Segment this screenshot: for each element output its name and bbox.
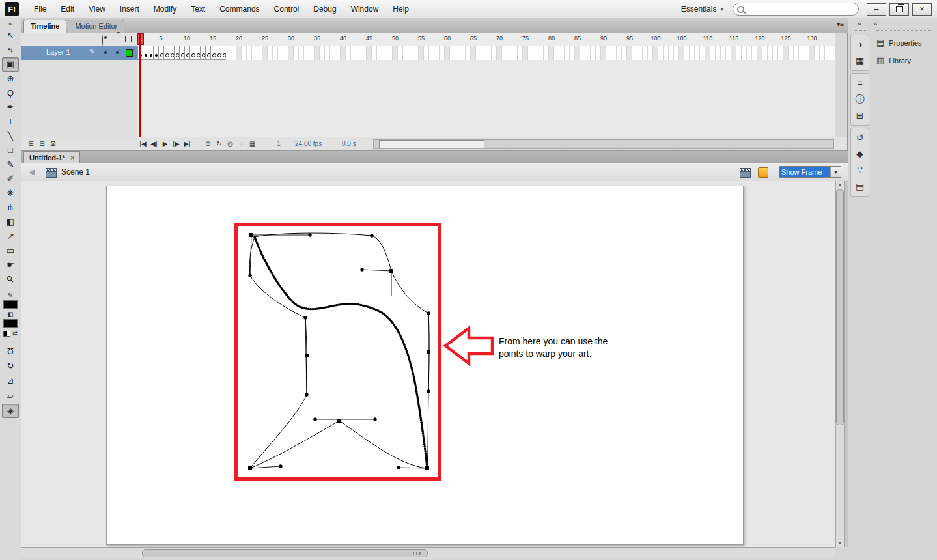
frame-cell-102[interactable] — [664, 46, 669, 60]
frame-cell-19[interactable] — [231, 46, 236, 60]
frame-cell-88[interactable] — [591, 46, 596, 60]
new-folder-button[interactable]: ⊟ — [36, 137, 48, 150]
close-document-icon[interactable]: × — [70, 154, 74, 161]
menu-view[interactable]: View — [81, 1, 113, 18]
menu-insert[interactable]: Insert — [113, 1, 147, 18]
frame-cell-40[interactable] — [341, 46, 346, 60]
frame-cell-86[interactable] — [580, 46, 585, 60]
frame-cell-90[interactable] — [601, 46, 606, 60]
frame-cell-104[interactable] — [674, 46, 679, 60]
vertical-scroll-thumb[interactable] — [836, 189, 844, 425]
envelope-option[interactable]: ◈ — [2, 404, 19, 418]
back-arrow-icon[interactable]: ◀ — [29, 167, 35, 176]
frame-cell-25[interactable] — [262, 46, 268, 60]
frame-cell-126[interactable] — [789, 46, 794, 60]
scroll-down-icon[interactable]: ▼ — [836, 539, 844, 547]
paint-bucket-tool[interactable]: ◧ — [2, 215, 19, 229]
frame-cell-95[interactable] — [627, 46, 632, 60]
menu-file[interactable]: File — [27, 1, 53, 18]
frame-cell-118[interactable] — [747, 46, 752, 60]
frame-cell-18[interactable] — [226, 46, 231, 60]
edit-multiple-frames-icon[interactable]: ▦ — [247, 137, 258, 150]
panel-menu-icon[interactable]: ▾≡ — [837, 21, 844, 28]
align-panel-icon[interactable]: ≡ — [852, 75, 869, 91]
frame-cell-74[interactable] — [518, 46, 523, 60]
frame-cell-132[interactable] — [820, 46, 825, 60]
frame-cell-99[interactable] — [648, 46, 653, 60]
history-panel-icon[interactable]: ↺ — [852, 130, 869, 146]
frame-cell-13[interactable] — [200, 46, 205, 60]
frame-cell-115[interactable] — [731, 46, 736, 60]
frame-cell-63[interactable] — [460, 46, 466, 60]
collapse-panel-strip-button[interactable]: « — [848, 18, 871, 29]
frame-cell-76[interactable] — [528, 46, 533, 60]
frame-rate-readout[interactable]: 24.00 fps — [295, 137, 334, 150]
show-hide-all-layers-icon[interactable] — [102, 35, 103, 46]
frame-cell-64[interactable] — [466, 46, 471, 60]
color-panel-icon[interactable]: ◑ — [852, 36, 869, 53]
layer-row[interactable]: Layer 1 ✎ — [21, 46, 137, 60]
frame-cell-81[interactable] — [554, 46, 559, 60]
info-panel-icon[interactable]: ⓘ — [852, 91, 869, 107]
frame-cell-59[interactable] — [440, 46, 445, 60]
frame-cell-47[interactable] — [377, 46, 382, 60]
frame-cell-53[interactable] — [408, 46, 413, 60]
frame-cell-93[interactable] — [617, 46, 622, 60]
frame-cell-5[interactable] — [158, 46, 163, 60]
frame-cell-48[interactable] — [382, 46, 387, 60]
loop-icon[interactable]: ↻ — [214, 137, 225, 150]
onion-skin-icon[interactable]: ◎ — [225, 137, 236, 150]
frame-cell-43[interactable] — [356, 46, 361, 60]
hand-tool[interactable]: ☛ — [2, 258, 19, 272]
frame-cell-122[interactable] — [768, 46, 773, 60]
pen-tool[interactable]: ✒ — [2, 100, 19, 115]
frame-cell-21[interactable] — [242, 46, 247, 60]
frame-cell-109[interactable] — [700, 46, 705, 60]
document-tab[interactable]: Untitled-1*× — [23, 151, 80, 163]
frame-cell-82[interactable] — [559, 46, 565, 60]
bone-tool[interactable]: ⋔ — [2, 201, 19, 215]
center-frame-icon[interactable]: ⊙ — [203, 137, 214, 150]
show-all-layers-as-outlines-icon[interactable] — [125, 36, 132, 42]
frame-cell-83[interactable] — [565, 46, 570, 60]
swap-colors-button[interactable]: ⇄ — [12, 330, 18, 337]
frame-cell-78[interactable] — [538, 46, 544, 60]
frame-cell-33[interactable] — [304, 46, 309, 60]
frame-cell-114[interactable] — [726, 46, 731, 60]
frame-cell-117[interactable] — [742, 46, 747, 60]
frame-cell-27[interactable] — [273, 46, 278, 60]
frame-cell-101[interactable] — [658, 46, 664, 60]
frame-cell-26[interactable] — [268, 46, 273, 60]
text-tool[interactable]: T — [2, 115, 19, 129]
frame-cell-87[interactable] — [585, 46, 591, 60]
frame-cell-10[interactable] — [184, 46, 189, 60]
timeline-scroll-thumb[interactable] — [379, 140, 484, 148]
close-button[interactable]: × — [912, 3, 932, 16]
layer-outline-color-chip[interactable] — [126, 49, 133, 57]
snap-to-objects-option[interactable]: Ω — [2, 344, 19, 358]
lasso-tool[interactable]: Ϙ — [2, 86, 19, 100]
step-back-button[interactable]: ◀| — [148, 137, 160, 150]
library-panel-button[interactable]: ▥Library — [871, 51, 937, 69]
frame-cell-55[interactable] — [419, 46, 424, 60]
frame-cell-34[interactable] — [309, 46, 315, 60]
frame-cell-89[interactable] — [596, 46, 601, 60]
frame-cell-97[interactable] — [637, 46, 643, 60]
frame-cell-108[interactable] — [695, 46, 700, 60]
frame-cell-79[interactable] — [544, 46, 549, 60]
frame-cell-91[interactable] — [606, 46, 611, 60]
frame-cell-14[interactable] — [205, 46, 210, 60]
canvas-horizontal-scrollbar[interactable] — [21, 547, 835, 558]
transform-panel-icon[interactable]: ⊞ — [852, 107, 869, 124]
onion-skin-outlines-icon[interactable]: ◌ — [236, 137, 247, 150]
collapse-dock-button[interactable]: « — [874, 18, 878, 29]
edit-scene-button[interactable] — [740, 171, 751, 178]
frame-cell-131[interactable] — [815, 46, 820, 60]
swatches-panel-icon[interactable]: ▦ — [852, 53, 869, 69]
pencil-tool[interactable]: ✎ — [2, 158, 19, 172]
frame-cell-22[interactable] — [247, 46, 252, 60]
frame-cell-67[interactable] — [481, 46, 486, 60]
frame-cell-123[interactable] — [773, 46, 778, 60]
free-transform-tool[interactable]: ▣ — [2, 57, 19, 72]
line-tool[interactable]: ╲ — [2, 129, 19, 143]
